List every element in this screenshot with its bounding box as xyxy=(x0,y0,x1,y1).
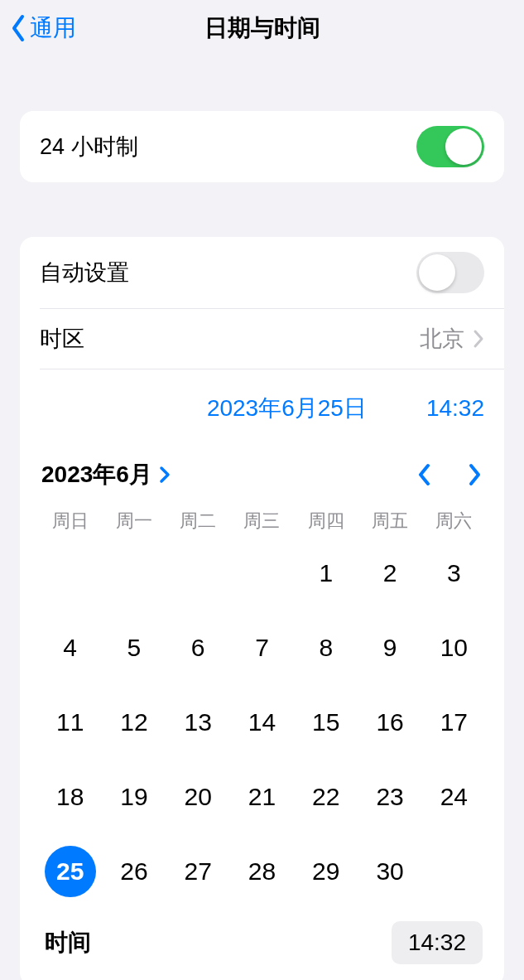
section-24hour: 24 小时制 xyxy=(20,111,504,182)
day-cell[interactable]: 8 xyxy=(294,621,358,674)
weekday-label: 周五 xyxy=(358,509,421,533)
next-month-button[interactable] xyxy=(468,462,483,487)
day-empty xyxy=(102,547,166,600)
day-cell[interactable]: 21 xyxy=(230,770,294,823)
toggle-knob xyxy=(445,128,482,165)
section-datetime: 自动设置 时区 北京 2023年6月25日 14:32 2023年6月 xyxy=(20,237,504,980)
day-cell[interactable]: 9 xyxy=(358,621,421,674)
day-cell[interactable]: 12 xyxy=(102,696,166,749)
row-autoset: 自动设置 xyxy=(20,237,504,308)
chevron-right-icon xyxy=(473,329,484,349)
time-label: 时间 xyxy=(41,927,91,958)
day-cell[interactable]: 23 xyxy=(358,770,421,823)
weekday-header: 周日周一周二周三周四周五周六 xyxy=(38,504,486,547)
day-cell[interactable]: 3 xyxy=(422,547,486,600)
toggle-24hour[interactable] xyxy=(416,126,484,167)
day-cell[interactable]: 5 xyxy=(102,621,166,674)
calendar-header: 2023年6月 xyxy=(38,441,486,504)
day-cell[interactable]: 10 xyxy=(422,621,486,674)
day-empty xyxy=(230,547,294,600)
day-cell[interactable]: 27 xyxy=(166,845,230,898)
day-cell[interactable]: 20 xyxy=(166,770,230,823)
day-cell[interactable]: 19 xyxy=(102,770,166,823)
label-autoset: 自动设置 xyxy=(40,258,129,287)
month-nav xyxy=(416,462,483,487)
day-cell[interactable]: 2 xyxy=(358,547,421,600)
calendar: 2023年6月 周日周一周二周三周四周五周六 12345678910111213… xyxy=(20,441,504,980)
back-label: 通用 xyxy=(30,12,76,44)
chevron-right-icon xyxy=(159,466,171,484)
day-cell[interactable]: 28 xyxy=(230,845,294,898)
day-cell[interactable]: 4 xyxy=(38,621,102,674)
time-picker[interactable]: 14:32 xyxy=(392,921,483,964)
header: 通用 日期与时间 xyxy=(0,0,524,56)
month-label-text: 2023年6月 xyxy=(41,459,152,490)
day-cell[interactable]: 14 xyxy=(230,696,294,749)
timezone-text: 北京 xyxy=(420,324,464,354)
day-cell[interactable]: 16 xyxy=(358,696,421,749)
day-cell[interactable]: 26 xyxy=(102,845,166,898)
weekday-label: 周四 xyxy=(294,509,358,533)
day-cell[interactable]: 7 xyxy=(230,621,294,674)
weekday-label: 周二 xyxy=(166,509,230,533)
datetime-display-row: 2023年6月25日 14:32 xyxy=(20,369,504,441)
row-timezone[interactable]: 时区 北京 xyxy=(20,309,504,369)
label-24hour: 24 小时制 xyxy=(40,132,138,162)
day-cell[interactable]: 30 xyxy=(358,845,421,898)
day-grid: 1234567891011121314151617181920212223242… xyxy=(38,547,486,916)
month-selector[interactable]: 2023年6月 xyxy=(41,459,171,490)
weekday-label: 周六 xyxy=(422,509,486,533)
chevron-left-icon xyxy=(10,14,26,42)
day-cell[interactable]: 6 xyxy=(166,621,230,674)
day-cell[interactable]: 24 xyxy=(422,770,486,823)
prev-month-button[interactable] xyxy=(416,462,431,487)
weekday-label: 周一 xyxy=(102,509,166,533)
day-cell[interactable]: 17 xyxy=(422,696,486,749)
day-cell[interactable]: 25 xyxy=(38,845,102,898)
day-cell[interactable]: 13 xyxy=(166,696,230,749)
toggle-autoset[interactable] xyxy=(416,252,484,293)
toggle-knob xyxy=(419,254,455,291)
day-empty xyxy=(166,547,230,600)
back-button[interactable]: 通用 xyxy=(0,12,76,44)
date-display[interactable]: 2023年6月25日 xyxy=(207,393,367,424)
weekday-label: 周三 xyxy=(230,509,294,533)
time-row: 时间 14:32 xyxy=(38,916,486,976)
weekday-label: 周日 xyxy=(38,509,102,533)
day-cell[interactable]: 1 xyxy=(294,547,358,600)
row-24hour: 24 小时制 xyxy=(20,111,504,182)
day-cell[interactable]: 22 xyxy=(294,770,358,823)
value-timezone: 北京 xyxy=(420,324,484,354)
day-cell[interactable]: 11 xyxy=(38,696,102,749)
day-cell[interactable]: 29 xyxy=(294,845,358,898)
label-timezone: 时区 xyxy=(40,324,84,354)
day-cell[interactable]: 15 xyxy=(294,696,358,749)
day-empty xyxy=(38,547,102,600)
time-display[interactable]: 14:32 xyxy=(426,395,484,422)
day-cell[interactable]: 18 xyxy=(38,770,102,823)
page-title: 日期与时间 xyxy=(204,12,320,44)
